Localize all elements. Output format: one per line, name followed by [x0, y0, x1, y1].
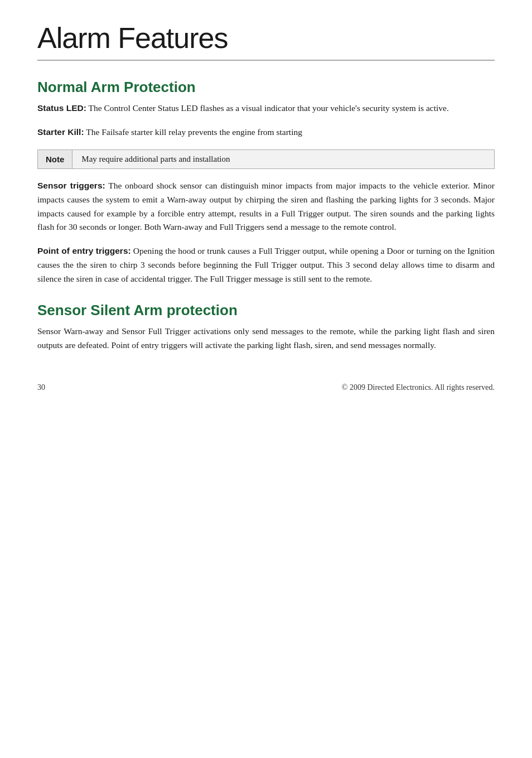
note-text: May require additional parts and install… [72, 150, 239, 168]
starter-kill-label: Starter Kill: [37, 127, 84, 137]
point-of-entry-label: Point of entry triggers: [37, 246, 131, 255]
normal-arm-heading: Normal Arm Protection [37, 79, 495, 96]
sensor-triggers-label: Sensor triggers: [37, 181, 105, 190]
footer-copyright: © 2009 Directed Electronics. All rights … [342, 383, 495, 392]
starter-kill-paragraph: Starter Kill: The Failsafe starter kill … [37, 125, 495, 139]
footer-page-number: 30 [37, 383, 45, 392]
note-box: Note May require additional parts and in… [37, 149, 495, 169]
page-title: Alarm Features [37, 22, 495, 61]
normal-arm-section: Normal Arm Protection Status LED: The Co… [37, 79, 495, 286]
page-footer: 30 © 2009 Directed Electronics. All righ… [37, 379, 495, 392]
sensor-silent-body: Sensor Warn-away and Sensor Full Trigger… [37, 325, 495, 353]
status-led-body: The Control Center Status LED flashes as… [88, 103, 448, 113]
starter-kill-body: The Failsafe starter kill relay prevents… [86, 127, 302, 137]
sensor-triggers-paragraph: Sensor triggers: The onboard shock senso… [37, 179, 495, 234]
sensor-triggers-body: The onboard shock sensor can distinguish… [37, 181, 495, 231]
page-container: Alarm Features Normal Arm Protection Sta… [37, 22, 495, 392]
status-led-label: Status LED: [37, 103, 86, 113]
sensor-silent-heading: Sensor Silent Arm protection [37, 302, 495, 319]
point-of-entry-paragraph: Point of entry triggers: Opening the hoo… [37, 244, 495, 286]
sensor-silent-section: Sensor Silent Arm protection Sensor Warn… [37, 302, 495, 353]
note-label: Note [38, 150, 72, 168]
status-led-paragraph: Status LED: The Control Center Status LE… [37, 102, 495, 115]
